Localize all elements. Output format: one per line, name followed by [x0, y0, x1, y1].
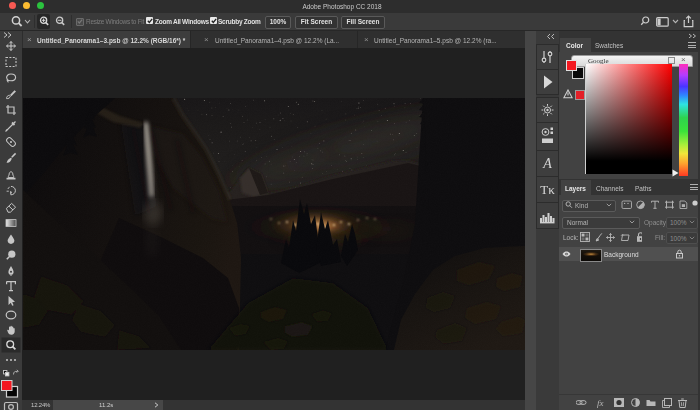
svg-text:Tκ: Tκ — [540, 182, 555, 197]
svg-text:A: A — [542, 156, 552, 171]
svg-text:fx: fx — [597, 398, 604, 408]
